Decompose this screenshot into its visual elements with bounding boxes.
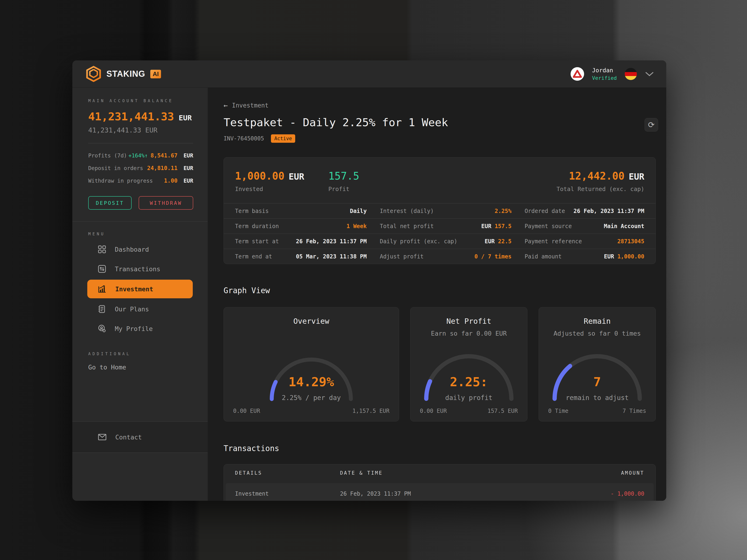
profile-gear-icon	[98, 325, 106, 332]
summary-profit: 157.5 Profit	[328, 170, 359, 192]
go-to-home-link[interactable]: Go to Home	[72, 359, 208, 375]
sidebar-item-dashboard[interactable]: Dashboard	[72, 240, 208, 259]
gauge-min-label: 0 Time	[548, 408, 568, 414]
page-title: Testpaket - Daily 2.25% for 1 Week	[224, 116, 656, 129]
contact-link[interactable]: Contact	[72, 430, 208, 444]
avatar[interactable]	[571, 67, 584, 81]
sidebar-item-my-profile[interactable]: My Profile	[72, 319, 208, 339]
gauge-min-label: 0.00 EUR	[420, 408, 447, 414]
avatar-logo-icon	[573, 70, 582, 78]
brand-name: STAKING	[106, 69, 145, 79]
sidebar-item-our-plans[interactable]: Our Plans	[72, 299, 208, 319]
balance-section-label: MAIN ACCOUNT BALANCE	[88, 99, 193, 103]
summary-invested: 1,000.00 EUR Invested	[235, 170, 328, 192]
investment-summary-card: 1,000.00 EUR Invested 157.5 Profit 12,	[224, 157, 656, 264]
profit-value: 157.5	[328, 170, 359, 182]
contact-section: Contact	[72, 421, 208, 453]
deposit-button[interactable]: DEPOSIT	[88, 196, 132, 210]
plans-document-icon	[98, 305, 106, 313]
dashboard-grid-icon	[98, 245, 106, 253]
brand-logo-icon	[86, 66, 101, 82]
tx-amount: - 1,000.00	[570, 490, 644, 497]
remain-gauge-value: 7	[548, 375, 646, 389]
sidebar-filler	[72, 453, 208, 501]
summary-total-returned: 12,442.00 EUR Total Returned (exc. cap)	[557, 170, 644, 192]
detail-row: Term basisDaily Interest (daily)2.25% Or…	[224, 203, 655, 218]
gauge-max-label: 157.5 EUR	[488, 408, 518, 414]
gauge-card-overview: Overview 14.29% 2.25% / per day 0.00 EUR	[224, 307, 399, 422]
profit-delta: +164%↑	[128, 153, 148, 159]
gauge-max-label: 1,157.5 EUR	[352, 408, 389, 414]
stat-row-withdraw: Withdraw in progress 1.00 EUR	[88, 178, 193, 184]
table-row[interactable]: Investment 26 Feb, 2023 11:37 PM - 1,000…	[226, 483, 654, 501]
gauge-min-label: 0.00 EUR	[233, 408, 260, 414]
returned-value: 12,442.00	[569, 170, 624, 182]
transfer-arrows-icon	[98, 265, 106, 273]
detail-row: Term end at05 Mar, 2023 11:38 PM Adjust …	[224, 249, 655, 264]
brand[interactable]: STAKING AI	[86, 66, 161, 82]
refresh-icon: ⟳	[648, 120, 655, 129]
transactions-table-header: DETAILS DATE & TIME AMOUNT	[224, 464, 655, 482]
gauge-card-remain: Remain Adjusted so far 0 times 7 remain …	[539, 307, 656, 422]
language-flag-de-icon[interactable]	[625, 68, 637, 80]
graph-view-heading: Graph View	[224, 286, 656, 295]
user-name: Jordan	[592, 67, 617, 74]
transactions-table: DETAILS DATE & TIME AMOUNT Investment 26…	[224, 464, 656, 501]
gauge-card-net-profit: Net Profit Earn so far 0.00 EUR 2.25: da…	[410, 307, 527, 422]
app-window: STAKING AI Jordan Verified MAIN A	[72, 60, 666, 501]
net-profit-gauge-value: 2.25:	[420, 375, 518, 389]
investment-chart-icon	[98, 285, 106, 293]
refresh-button[interactable]: ⟳	[645, 118, 658, 132]
balance-stats: Profits (7d) +164%↑ 8,541.67 EUR Deposit…	[72, 143, 208, 190]
stat-row-profits: Profits (7d) +164%↑ 8,541.67 EUR	[88, 152, 193, 159]
overview-gauge-value: 14.29%	[233, 375, 389, 389]
back-arrow-icon: ←	[224, 101, 228, 109]
chevron-down-icon[interactable]	[645, 71, 654, 77]
user-meta: Jordan Verified	[592, 67, 617, 81]
tx-datetime: 26 Feb, 2023 11:37 PM	[340, 490, 570, 497]
detail-row: Term start at26 Feb, 2023 11:37 PM Daily…	[224, 234, 655, 249]
main-content: ← Investment Testpaket - Daily 2.25% for…	[208, 88, 666, 501]
detail-row: Term duration1 Week Total net profitEUR1…	[224, 218, 655, 234]
mail-icon	[98, 434, 106, 441]
brand-badge: AI	[150, 70, 161, 78]
transactions-heading: Transactions	[224, 444, 656, 453]
balance-currency: EUR	[179, 113, 192, 122]
menu-section-label: MENU	[72, 222, 208, 240]
withdraw-button[interactable]: WITHDRAW	[138, 196, 193, 210]
sidebar-item-investment[interactable]: Investment	[87, 279, 193, 298]
invested-value: 1,000.00	[235, 170, 284, 182]
user-verified-status: Verified	[592, 75, 617, 81]
investment-id: INV-76450005	[224, 135, 264, 142]
balance-value: 41,231,441.33	[88, 110, 174, 123]
status-badge: Active	[271, 134, 295, 143]
balance-secondary: 41,231,441.33 EUR	[88, 126, 193, 134]
gauge-max-label: 7 Times	[623, 408, 646, 414]
tx-details: Investment	[235, 490, 340, 497]
sidebar-item-transactions[interactable]: Transactions	[72, 259, 208, 279]
top-bar: STAKING AI Jordan Verified	[72, 60, 666, 88]
stat-row-deposit: Deposit in orders 24,810.11 EUR	[88, 165, 193, 171]
additional-section-label: ADDITIONAL	[72, 339, 208, 359]
back-link[interactable]: ← Investment	[224, 101, 268, 109]
sidebar: MAIN ACCOUNT BALANCE 41,231,441.33 EUR 4…	[72, 88, 208, 501]
